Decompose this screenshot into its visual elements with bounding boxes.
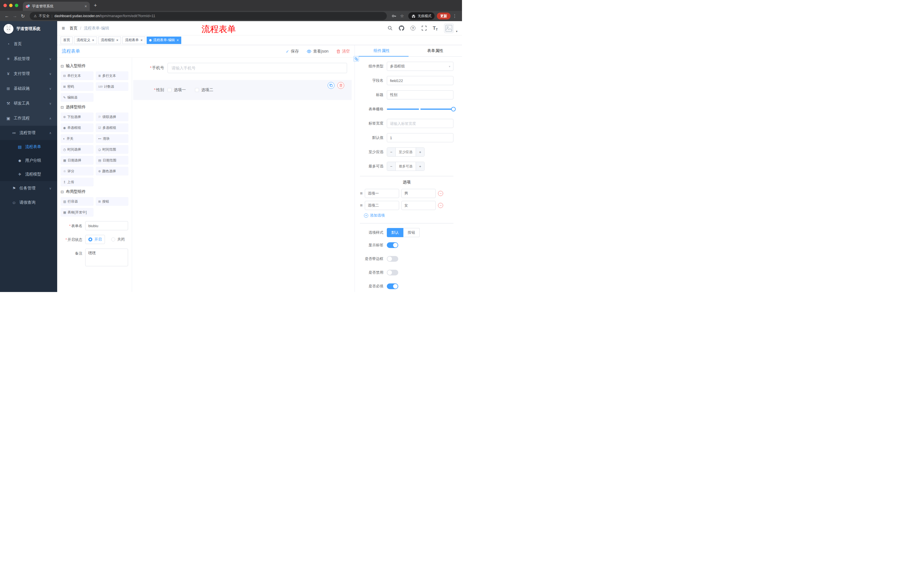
disabled-toggle[interactable]: [387, 270, 398, 275]
option-1-label-input[interactable]: [365, 189, 399, 198]
remark-textarea[interactable]: 嘿嘿: [85, 248, 128, 266]
app-logo[interactable]: 芋道管理系统: [0, 21, 57, 36]
tag-process-model[interactable]: 流程模型×: [98, 36, 121, 44]
drag-handle-icon[interactable]: ≡: [360, 203, 363, 208]
show-label-toggle[interactable]: [387, 242, 398, 248]
palette-item-select[interactable]: ⊚下拉选择: [61, 113, 94, 121]
palette-item-rate[interactable]: ☆评分: [61, 167, 94, 175]
tag-process-form[interactable]: 流程表单×: [122, 36, 145, 44]
canvas-field-phone[interactable]: *手机号: [140, 63, 347, 73]
close-window-button[interactable]: [3, 4, 7, 7]
tag-close-icon[interactable]: ×: [140, 38, 143, 42]
minimize-window-button[interactable]: [9, 4, 13, 7]
drag-handle-icon[interactable]: ≡: [360, 191, 363, 196]
sidebar-item-process-form[interactable]: ▤ 流程表单: [0, 140, 57, 154]
sidebar-item-process-mgmt[interactable]: ≔ 流程管理 ∧: [0, 126, 57, 140]
save-button[interactable]: ✓ 保存: [286, 49, 299, 54]
view-json-button[interactable]: 查看json: [307, 49, 328, 54]
palette-item-color-picker[interactable]: ⊛颜色选择: [96, 167, 129, 175]
palette-item-switch[interactable]: ◐开关: [61, 134, 94, 143]
option-2-label-input[interactable]: [365, 201, 399, 210]
palette-item-single-text[interactable]: ⊟单行文本: [61, 71, 94, 80]
required-toggle[interactable]: [387, 283, 398, 289]
palette-item-cascader[interactable]: ⚐级联选择: [96, 113, 129, 121]
palette-item-row-container[interactable]: ▥行容器: [61, 197, 94, 206]
sidebar-item-infrastructure[interactable]: ⊞ 基础设施 ∨: [0, 81, 57, 96]
sidebar-item-devtools[interactable]: ⚒ 研发工具 ∨: [0, 96, 57, 111]
browser-tab[interactable]: 芋道管理系统 ×: [23, 2, 90, 11]
palette-item-time-picker[interactable]: ◷时间选择: [61, 145, 94, 154]
palette-item-table[interactable]: ▦表格[开发中]: [61, 208, 94, 217]
sidebar-item-user-group[interactable]: ☻ 用户分组: [0, 154, 57, 168]
sidebar-item-leave-query[interactable]: ☺ 请假查询: [0, 196, 57, 210]
password-key-icon[interactable]: [392, 14, 396, 18]
tag-process-form-edit[interactable]: 流程表单-编辑×: [147, 36, 182, 44]
phone-input[interactable]: [168, 63, 347, 73]
default-value-input[interactable]: [387, 133, 454, 142]
palette-item-multi-text[interactable]: ≣多行文本: [96, 71, 129, 80]
tab-form-props[interactable]: 表单属性: [409, 45, 462, 56]
component-type-select[interactable]: 多选框组 ▾: [387, 62, 454, 71]
option-2-value-input[interactable]: [401, 201, 436, 210]
github-icon[interactable]: [399, 25, 404, 31]
fullscreen-icon[interactable]: [422, 26, 427, 31]
gender-option-2-checkbox[interactable]: 选项二: [195, 87, 213, 92]
duplicate-field-button[interactable]: [328, 82, 335, 89]
palette-item-upload[interactable]: ↥上传: [61, 178, 94, 186]
tab-component-props[interactable]: 组件属性: [355, 45, 409, 56]
status-off-radio[interactable]: 关闭: [111, 237, 125, 242]
new-tab-button[interactable]: +: [94, 0, 97, 11]
font-size-icon[interactable]: TT: [433, 25, 438, 31]
address-bar[interactable]: ⚠ 不安全 | dashboard.yudao.iocoder.cn/bpm/m…: [30, 12, 387, 20]
tab-close-icon[interactable]: ×: [85, 4, 87, 8]
tag-close-icon[interactable]: ×: [92, 38, 94, 42]
bookmark-star-icon[interactable]: ☆: [400, 13, 404, 18]
style-default-button[interactable]: 默认: [387, 228, 403, 237]
status-on-radio[interactable]: 开启: [85, 235, 105, 244]
option-1-value-input[interactable]: [401, 189, 436, 198]
breadcrumb-home[interactable]: 首页: [69, 26, 78, 31]
avatar-caret-icon[interactable]: ▾: [456, 30, 457, 33]
palette-item-editor[interactable]: ✎编辑器: [61, 93, 94, 102]
palette-item-date-picker[interactable]: ▦日期选择: [61, 156, 94, 165]
tag-close-icon[interactable]: ×: [116, 38, 119, 42]
title-input[interactable]: [387, 90, 454, 99]
forward-icon[interactable]: →: [11, 13, 19, 18]
field-name-input[interactable]: [387, 76, 454, 85]
delete-field-button[interactable]: [337, 82, 344, 89]
canvas-field-gender-selected[interactable]: *性别 选项一 选项二: [133, 80, 351, 100]
stepper-increase-button[interactable]: +: [416, 148, 424, 156]
collapse-sidebar-icon[interactable]: ≡: [62, 25, 65, 31]
maximize-window-button[interactable]: [15, 4, 18, 7]
palette-item-date-range[interactable]: ▤日期范围: [96, 156, 129, 165]
stepper-decrease-button[interactable]: −: [387, 148, 396, 156]
palette-item-time-range[interactable]: ◶时间范围: [96, 145, 129, 154]
palette-item-button[interactable]: ⊞按钮: [96, 197, 129, 206]
palette-item-password[interactable]: ⊠密码: [61, 82, 94, 91]
add-option-button[interactable]: + 添加选项: [364, 213, 454, 218]
sidebar-item-process-model[interactable]: ✈ 流程模型: [0, 168, 57, 181]
sidebar-item-task-mgmt[interactable]: ⚑ 任务管理 ∨: [0, 181, 57, 196]
tag-home[interactable]: 首页: [61, 36, 73, 44]
link-icon[interactable]: [353, 56, 359, 62]
style-button-button[interactable]: 按钮: [403, 228, 420, 237]
stepper-decrease-button[interactable]: −: [387, 162, 396, 171]
slider-handle[interactable]: [451, 107, 456, 112]
remove-option-button[interactable]: −: [438, 203, 443, 208]
back-icon[interactable]: ←: [3, 13, 11, 18]
help-icon[interactable]: ?: [411, 26, 416, 31]
user-avatar[interactable]: [444, 23, 454, 33]
palette-item-counter[interactable]: 123计数器: [96, 82, 129, 91]
sidebar-item-payment[interactable]: ¥ 支付管理 ∨: [0, 66, 57, 81]
gender-option-1-checkbox[interactable]: 选项一: [168, 87, 186, 92]
search-icon[interactable]: [388, 26, 393, 31]
browser-menu-icon[interactable]: ⋮: [452, 13, 457, 18]
palette-item-slider[interactable]: ⊷滑块: [96, 134, 129, 143]
reload-icon[interactable]: ↻: [19, 13, 27, 19]
tag-process-definition[interactable]: 流程定义×: [74, 36, 97, 44]
sidebar-item-system[interactable]: ✳ 系统管理 ∨: [0, 51, 57, 66]
sidebar-item-home[interactable]: ◔ 首页: [0, 36, 57, 51]
browser-update-button[interactable]: 更新: [437, 13, 450, 20]
min-select-input[interactable]: [396, 148, 416, 156]
clear-button[interactable]: 清空: [337, 49, 350, 54]
